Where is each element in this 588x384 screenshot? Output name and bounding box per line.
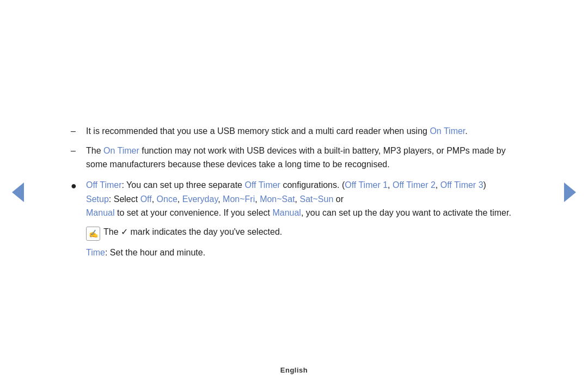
everyday-option: Everyday: [182, 194, 218, 204]
off-timer-2-link: Off Timer 2: [393, 180, 436, 190]
once-option: Once: [157, 194, 177, 204]
footer-language: English: [280, 366, 308, 374]
footer-label: English: [280, 366, 308, 374]
setup-label: Setup: [86, 194, 109, 204]
nav-arrow-right[interactable]: [562, 181, 578, 203]
off-option: Off: [140, 194, 152, 204]
nav-arrow-left[interactable]: [10, 181, 26, 203]
dash-item-2: – The On Timer function may not work wit…: [71, 144, 517, 172]
mon-sat-option: Mon~Sat: [260, 194, 295, 204]
manual-line: Manual to set at your convenience. If yo…: [86, 206, 517, 220]
off-timer-link-2: Off Timer: [244, 180, 280, 190]
dash-text-1: It is recommended that you use a USB mem…: [86, 125, 517, 138]
content-area: – It is recommended that you use a USB m…: [60, 108, 528, 276]
time-line: Time: Set the hour and minute.: [86, 246, 517, 260]
off-timer-label: Off Timer: [86, 180, 122, 190]
checkmark-symbol: ✓: [121, 227, 128, 236]
dash-item-1: – It is recommended that you use a USB m…: [71, 125, 517, 138]
time-label: Time: [86, 248, 105, 257]
sat-sun-option: Sat~Sun: [300, 194, 334, 204]
bullet-dot-1: ●: [71, 179, 86, 259]
note-icon: ✍: [86, 226, 103, 241]
off-timer-line: Off Timer: You can set up three separate…: [86, 178, 517, 192]
mon-fri-option: Mon~Fri: [223, 194, 255, 204]
note-box: ✍ The ✓ mark indicates the day you've se…: [86, 225, 517, 241]
right-arrow-icon: [564, 182, 576, 202]
note-text: The ✓ mark indicates the day you've sele…: [103, 225, 517, 239]
on-timer-link-2: On Timer: [103, 146, 139, 155]
dash-symbol-1: –: [71, 125, 86, 138]
off-timer-3-link: Off Timer 3: [440, 180, 483, 190]
dash-text-2: The On Timer function may not work with …: [86, 144, 517, 172]
page-container: – It is recommended that you use a USB m…: [0, 0, 588, 384]
left-arrow-icon: [12, 182, 24, 202]
setup-line: Setup: Select Off, Once, Everyday, Mon~F…: [86, 192, 517, 206]
off-timer-1-link: Off Timer 1: [345, 180, 388, 190]
manual-label: Manual: [86, 208, 114, 217]
bullet-content-1: Off Timer: You can set up three separate…: [86, 178, 517, 259]
manual-link-2: Manual: [272, 208, 301, 217]
dash-symbol-2: –: [71, 144, 86, 172]
on-timer-link-1: On Timer: [430, 126, 465, 136]
bullet-item-1: ● Off Timer: You can set up three separa…: [71, 178, 517, 259]
